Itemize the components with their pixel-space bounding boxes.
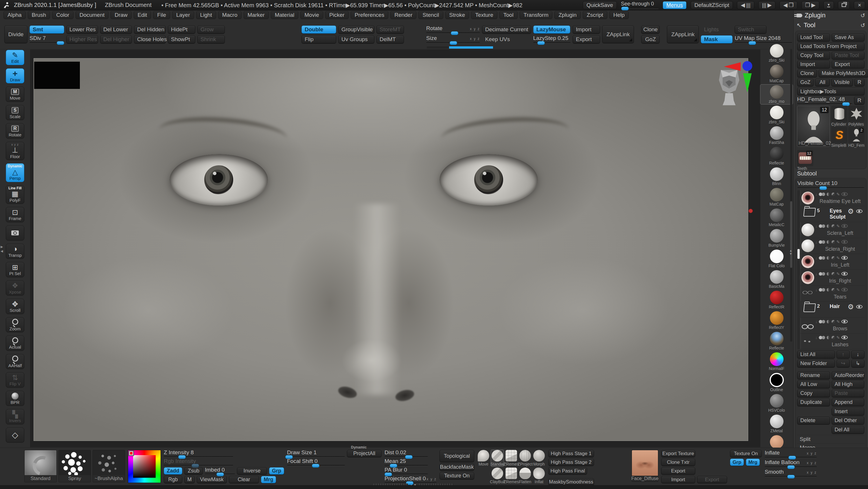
subtool-scrollbar[interactable] xyxy=(797,190,800,349)
divide-button[interactable]: Divide xyxy=(4,26,28,43)
brush-tile[interactable]: Spray xyxy=(58,450,91,482)
append-button[interactable]: Append xyxy=(832,398,865,406)
mask-by-smoothness-button[interactable]: MaskbySmoothness xyxy=(548,478,594,486)
material-item[interactable]: Flat Colo xyxy=(761,249,793,269)
subtool-item-icons[interactable]: ↓ ✎ xyxy=(815,192,865,196)
leftshelf-button[interactable]: x y z xyxy=(6,226,24,240)
quicksave-button[interactable]: QuickSave xyxy=(583,1,617,9)
subtool-item[interactable]: ↓ ✎ Brows ⚙ xyxy=(800,318,865,334)
menu-item[interactable]: Stroke xyxy=(445,11,469,19)
material-item[interactable]: BumpVie xyxy=(761,228,793,248)
clone-txtr-button[interactable]: Clone Txtr xyxy=(661,459,695,466)
menu-item[interactable]: Render xyxy=(390,11,416,19)
shrink-button[interactable]: Shrink xyxy=(197,35,225,44)
close-button[interactable]: ✕ xyxy=(854,1,865,9)
material-item[interactable]: zbro_Ski xyxy=(761,105,793,125)
leftshelf-button[interactable]: Line Fill x y z PolyF xyxy=(6,185,24,204)
saturation-value-square[interactable] xyxy=(133,455,156,478)
quick-brush[interactable]: ClayBuil xyxy=(491,467,504,484)
color-picker[interactable] xyxy=(128,450,161,483)
delete-button[interactable]: Delete xyxy=(797,416,830,425)
high-pass-final-button[interactable]: High Pass Final xyxy=(548,467,587,474)
rgb-toggle[interactable]: Rgb xyxy=(164,476,182,483)
visibility-eye-icon[interactable] xyxy=(841,288,848,292)
material-item[interactable]: Reflecte xyxy=(761,146,793,166)
del-other-button[interactable]: Del Other xyxy=(832,416,865,425)
goz-r-button[interactable]: R xyxy=(855,79,865,86)
subtool-item[interactable]: ↓ ✎ Iris_Left ⚙ xyxy=(800,254,865,270)
mask-toggle[interactable]: Mask xyxy=(701,35,733,44)
material-item[interactable]: MatCap xyxy=(761,64,793,84)
material-item[interactable]: ZMetal xyxy=(761,414,793,434)
clone-tool-button[interactable]: Clone xyxy=(797,69,817,77)
menu-item[interactable]: Edit xyxy=(134,11,151,19)
export-texture-button[interactable]: Export Texture xyxy=(661,450,695,457)
save-as-button[interactable]: Save As xyxy=(832,34,865,41)
paste-subtool-button[interactable]: Paste xyxy=(832,390,865,397)
tool-thumb-cylinder[interactable]: Cylinder xyxy=(831,106,847,122)
quick-brush[interactable]: ZRemes xyxy=(505,467,518,484)
grp-toggle-2[interactable]: Grp xyxy=(730,459,744,466)
menu-item[interactable]: Layer xyxy=(172,11,194,19)
visibility-eye-icon[interactable] xyxy=(841,224,848,228)
dist-slider[interactable]: Dist 0.02 xyxy=(384,450,428,458)
menu-item[interactable]: Transform xyxy=(520,11,553,19)
leftshelf-button[interactable]: x y z Zoom xyxy=(6,317,24,333)
menu-item[interactable]: Zscript xyxy=(583,11,607,19)
leftshelf-button[interactable]: x y z Pt Sel xyxy=(6,262,24,277)
document-area[interactable] xyxy=(34,58,748,441)
default-zscript-button[interactable]: DefaultZScript xyxy=(691,1,733,9)
zadd-toggle[interactable]: Zadd xyxy=(164,467,182,474)
menu-item[interactable]: Alpha xyxy=(3,11,26,19)
subtool-section-header[interactable]: Subtool xyxy=(794,170,868,177)
backfacemask-toggle[interactable]: BackfaceMask xyxy=(439,463,474,471)
double-toggle[interactable]: Double xyxy=(302,26,336,34)
goz-tool-button[interactable]: GoZ xyxy=(797,79,814,86)
del-all-button[interactable]: Del All xyxy=(832,426,865,434)
material-item[interactable]: ReflectY xyxy=(761,311,793,330)
del-hidden-button[interactable]: Del Hidden xyxy=(134,26,166,34)
insert-button[interactable]: Insert xyxy=(832,408,865,415)
uv-groups-button[interactable]: Uv Groups xyxy=(338,35,374,44)
lightbox-tools-button[interactable]: Lightbox▶Tools xyxy=(797,87,865,95)
rename-button[interactable]: Rename xyxy=(797,371,830,379)
visibility-eye-icon[interactable] xyxy=(841,320,848,323)
decimate-current-button[interactable]: Decimate Current xyxy=(482,26,531,34)
material-item[interactable]: HSVColo xyxy=(761,394,793,413)
subtool-item[interactable]: 5 ↓ ✎ Eyes Sculpt xyxy=(800,206,865,222)
hidept-button[interactable]: HidePt xyxy=(168,26,195,34)
material-item[interactable]: zbro_mo xyxy=(761,85,793,104)
leftshelf-button[interactable]: x y z Invers xyxy=(6,409,24,425)
high-pass-stage1-button[interactable]: High Pass Stage 1 xyxy=(548,450,594,457)
subtool-op-row[interactable]: Split xyxy=(797,435,865,443)
menu-item[interactable]: Movie xyxy=(300,11,323,19)
smt-toggle[interactable]: Smt xyxy=(30,26,64,34)
export-button[interactable]: Export xyxy=(661,467,695,474)
quick-brush[interactable]: Standar xyxy=(491,450,504,466)
menu-item[interactable]: Color xyxy=(52,11,73,19)
material-item[interactable]: Blinn xyxy=(761,167,793,186)
texture-on-toggle[interactable]: Texture On xyxy=(730,450,762,457)
list-all-button[interactable]: List All xyxy=(797,351,835,358)
subtool-item[interactable]: ↓ ✎ Lashes ⚙ xyxy=(800,334,865,349)
inverse-button[interactable]: Inverse xyxy=(237,467,267,474)
material-scroll-arrows[interactable]: ▲▼ xyxy=(789,249,792,255)
leftshelf-button[interactable]: x y z Rotate xyxy=(6,123,24,139)
leftshelf-button[interactable]: x y z Transp xyxy=(6,244,24,259)
menu-item[interactable]: Picker xyxy=(325,11,349,19)
subtool-item[interactable]: ↓ ✎ Iris_Right ⚙ xyxy=(800,270,865,286)
all-high-button[interactable]: All High xyxy=(832,380,865,388)
flip-button[interactable]: Flip xyxy=(302,35,336,44)
subtool-item[interactable]: ↓ ✎ Sclera_Right ⚙ xyxy=(800,238,865,254)
subtool-item[interactable]: ↓ ✎ Sclera_Left ⚙ xyxy=(800,222,865,238)
sdiv-slider[interactable]: SDiv 7 xyxy=(30,35,64,44)
subtool-item[interactable]: 2 ↓ ✎ Hair xyxy=(800,302,865,318)
material-item[interactable]: NormalF xyxy=(761,352,793,371)
zsub-toggle[interactable]: Zsub xyxy=(184,467,203,474)
visible-count-slider[interactable]: Visible Count 10 xyxy=(797,180,864,189)
tool-thumb-teeth[interactable]: 12 Teeth xyxy=(797,150,813,166)
mrg-toggle-2[interactable]: Mrg xyxy=(746,459,760,466)
visibility-eye-icon[interactable] xyxy=(841,272,848,276)
material-item[interactable]: MatCap xyxy=(761,187,793,207)
menu-item[interactable]: Tool xyxy=(499,11,518,19)
